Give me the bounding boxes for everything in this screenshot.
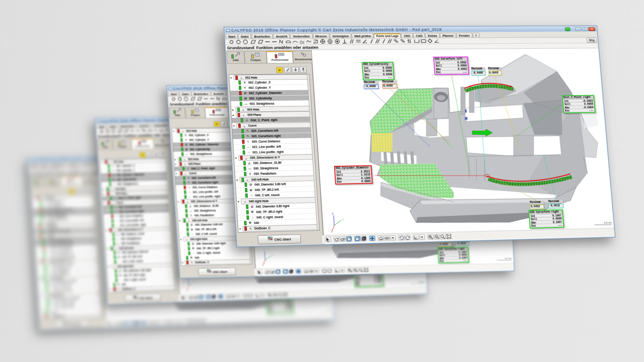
svg-text:0.2 mm: 0.2 mm [604, 221, 613, 224]
svg-text:Y: Y [272, 254, 273, 257]
svg-text:Z: Z [263, 249, 265, 251]
svg-text:Z: Z [332, 212, 334, 215]
svg-text:0.2 mm: 0.2 mm [326, 307, 332, 310]
svg-text:0.2 mm: 0.2 mm [505, 257, 513, 260]
svg-text:0.2 mm: 0.2 mm [418, 280, 425, 283]
svg-text:Y: Y [342, 219, 344, 221]
svg-text:Y: Y [120, 307, 122, 310]
svg-text:Y: Y [195, 280, 197, 282]
